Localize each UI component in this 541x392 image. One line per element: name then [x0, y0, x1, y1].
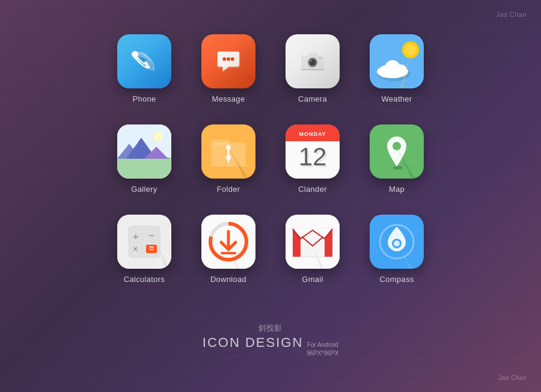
calculators-icon: + − × = — [117, 215, 171, 269]
map-label: Map — [389, 185, 405, 194]
svg-point-42 — [393, 166, 403, 170]
app-map[interactable]: Map — [364, 124, 430, 209]
svg-point-22 — [153, 132, 163, 141]
phone-label: Phone — [132, 94, 156, 103]
svg-point-43 — [393, 142, 401, 150]
svg-point-62 — [394, 240, 400, 247]
app-compass[interactable]: Compass — [364, 215, 430, 299]
app-gmail[interactable]: Gmail — [280, 215, 346, 299]
svg-text:+: + — [133, 231, 138, 242]
svg-text:−: − — [148, 230, 154, 240]
svg-point-6 — [310, 60, 312, 62]
footer: 斜投影 ICON DESIGN For Android 96PX*96PX — [203, 323, 338, 358]
download-icon — [201, 215, 255, 269]
compass-label: Compass — [379, 275, 414, 284]
app-message[interactable]: Message — [195, 34, 261, 118]
app-weather[interactable]: Weather — [364, 34, 430, 118]
svg-rect-26 — [117, 159, 171, 179]
calculators-label: Calculators — [124, 275, 165, 284]
svg-rect-7 — [319, 58, 322, 60]
app-download[interactable]: Download — [195, 215, 261, 299]
gmail-icon — [286, 215, 340, 269]
calendar-label: Clander — [298, 185, 327, 194]
message-label: Message — [212, 94, 245, 103]
compass-icon — [370, 215, 424, 269]
gallery-label: Gallery — [131, 185, 157, 194]
watermark-bottom: Jad Chan — [498, 374, 527, 381]
app-grid: Phone Message — [111, 34, 430, 299]
app-phone[interactable]: Phone — [111, 34, 177, 118]
footer-chinese: 斜投影 — [203, 323, 338, 334]
watermark-top: Jad Chan — [496, 11, 527, 18]
footer-title: ICON DESIGN — [203, 335, 303, 351]
camera-icon — [286, 34, 340, 88]
app-calendar[interactable]: MONDAY 12 12 Clander — [280, 124, 346, 209]
svg-text:=: = — [149, 243, 154, 253]
phone-icon — [117, 34, 171, 88]
weather-icon — [370, 34, 424, 88]
message-icon — [201, 34, 255, 88]
app-camera[interactable]: Camera — [280, 34, 346, 118]
svg-text:MONDAY: MONDAY — [299, 131, 326, 137]
footer-main: ICON DESIGN For Android 96PX*96PX — [203, 335, 338, 358]
app-folder[interactable]: Folder — [195, 124, 261, 209]
svg-point-33 — [226, 155, 231, 160]
app-calculators[interactable]: + − × = Calculators — [111, 215, 177, 299]
folder-icon — [201, 124, 255, 179]
camera-label: Camera — [298, 94, 327, 103]
svg-text:12: 12 — [301, 144, 329, 173]
app-gallery[interactable]: Gallery — [111, 124, 177, 209]
gmail-label: Gmail — [302, 275, 323, 284]
download-label: Download — [210, 275, 246, 284]
gallery-icon — [117, 124, 171, 179]
svg-point-1 — [227, 57, 230, 61]
svg-point-10 — [405, 44, 417, 56]
calendar-icon: MONDAY 12 12 — [286, 124, 340, 179]
folder-label: Folder — [217, 185, 240, 194]
svg-rect-30 — [211, 139, 229, 145]
svg-rect-54 — [221, 252, 236, 254]
map-icon — [370, 124, 424, 179]
svg-text:×: × — [133, 244, 138, 254]
svg-point-2 — [231, 57, 234, 61]
weather-label: Weather — [382, 94, 412, 103]
footer-subtitle: For Android 96PX*96PX — [307, 341, 338, 358]
svg-point-0 — [222, 57, 226, 61]
